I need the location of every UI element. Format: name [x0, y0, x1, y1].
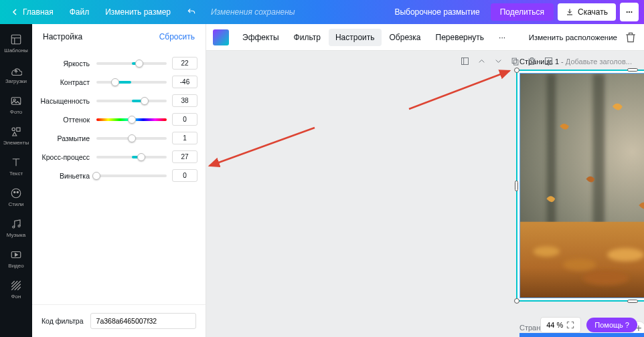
rail-styles[interactable]: Стили	[0, 182, 32, 213]
download-button[interactable]: Скачать	[558, 3, 616, 21]
annotation-arrow-1	[406, 66, 519, 112]
rail-uploads[interactable]: Загрузки	[0, 59, 32, 90]
chevron-down-icon[interactable]	[493, 56, 503, 66]
trash-icon[interactable]	[624, 31, 637, 44]
slider-Насыщенность: Насыщенность38	[40, 94, 197, 107]
reset-button[interactable]: Сбросить	[159, 32, 195, 41]
background-icon	[10, 279, 22, 292]
slider-value[interactable]: -46	[172, 76, 197, 88]
page-actions	[460, 56, 554, 66]
handle-top-left[interactable]	[514, 68, 519, 73]
resize-menu[interactable]: Изменить размер	[98, 5, 177, 19]
context-toolbar: ЭффектыФильтрНастроитьОбрезкаПеревернуть…	[206, 24, 644, 51]
handle-bottom[interactable]	[627, 300, 638, 303]
slider-value[interactable]: 1	[172, 132, 197, 144]
slider-label: Кросс-процесс	[40, 153, 96, 161]
copy-icon[interactable]	[510, 56, 520, 66]
slider-value[interactable]: 0	[172, 113, 197, 126]
tool-Настроить[interactable]: Настроить	[329, 29, 382, 46]
styles-icon	[10, 187, 22, 199]
svg-point-23	[607, 248, 644, 261]
tool-Эффекты[interactable]: Эффекты	[236, 29, 286, 46]
music-icon	[10, 218, 22, 230]
svg-point-5	[11, 189, 21, 198]
share-button[interactable]: Поделиться	[491, 3, 554, 21]
slider-knob[interactable]	[128, 116, 136, 124]
tool-Фильтр[interactable]: Фильтр	[287, 29, 327, 46]
effects-icon[interactable]	[213, 29, 229, 45]
rail-elements[interactable]: Элементы	[0, 120, 32, 151]
slider-track[interactable]	[96, 175, 167, 177]
rail-templates[interactable]: Шаблоны	[0, 28, 32, 59]
artboard[interactable]	[516, 70, 644, 302]
text-icon	[10, 156, 22, 168]
slider-value[interactable]: 0	[172, 169, 197, 182]
top-bar: Главная Файл Изменить размер Изменения с…	[0, 0, 644, 24]
file-menu[interactable]: Файл	[63, 5, 96, 19]
position-button[interactable]: Изменить расположение	[529, 33, 617, 41]
chevron-up-icon[interactable]	[477, 56, 487, 66]
slider-knob[interactable]	[128, 134, 136, 142]
slider-label: Контраст	[40, 78, 96, 86]
slider-knob[interactable]	[135, 60, 143, 68]
slider-knob[interactable]	[92, 172, 100, 180]
help-button[interactable]: Помощь ?	[586, 318, 637, 332]
filter-code-input[interactable]	[90, 313, 196, 329]
rail-text[interactable]: Текст	[0, 151, 32, 182]
svg-rect-0	[11, 35, 21, 44]
slider-knob[interactable]	[141, 97, 149, 105]
fullscreen-icon	[566, 320, 575, 330]
more-tools[interactable]: ···	[492, 29, 512, 46]
slider-label: Виньетка	[40, 172, 96, 180]
undo-button[interactable]	[180, 5, 203, 19]
svg-point-9	[18, 225, 20, 227]
rail-photos[interactable]: Фото	[0, 90, 32, 120]
filter-code-label: Код фильтра	[42, 317, 84, 325]
adjust-panel: Настройка Сбросить Яркость22Контраст-46Н…	[32, 24, 206, 337]
slider-label: Насыщенность	[40, 97, 96, 105]
slider-knob[interactable]	[137, 153, 145, 161]
handle-bottom-left[interactable]	[514, 298, 519, 304]
svg-point-6	[14, 191, 15, 193]
add-page-icon[interactable]	[544, 56, 554, 66]
svg-rect-17	[592, 74, 605, 225]
svg-rect-11	[462, 58, 469, 65]
svg-rect-4	[17, 128, 20, 131]
slider-track[interactable]	[96, 156, 167, 158]
svg-point-8	[13, 226, 15, 228]
slider-track[interactable]	[96, 100, 167, 102]
slider-value[interactable]: 27	[172, 150, 197, 163]
slider-value[interactable]: 38	[172, 94, 197, 107]
slider-Виньетка: Виньетка0	[40, 169, 197, 182]
rail-background[interactable]: Фон	[0, 274, 32, 305]
slider-label: Размытие	[40, 134, 96, 142]
rail-video[interactable]: Видео	[0, 243, 32, 274]
svg-point-26	[583, 271, 629, 286]
expand-icon[interactable]	[460, 56, 470, 66]
zoom-control[interactable]: 44 %	[540, 317, 581, 333]
panel-title: Настройка	[43, 32, 82, 41]
slider-knob[interactable]	[111, 78, 119, 86]
slider-track[interactable]	[96, 118, 167, 121]
svg-point-3	[12, 128, 15, 131]
handle-top[interactable]	[627, 68, 638, 72]
slider-track[interactable]	[96, 137, 167, 140]
handle-left[interactable]	[515, 181, 518, 191]
page-2-preview[interactable]	[519, 333, 644, 337]
slider-track[interactable]	[96, 81, 167, 84]
slider-Оттенок: Оттенок0	[40, 113, 197, 126]
delete-page-icon[interactable]	[527, 56, 537, 66]
video-icon	[10, 249, 22, 261]
slider-Контраст: Контраст-46	[40, 76, 197, 88]
tool-Обрезка[interactable]: Обрезка	[383, 29, 428, 46]
more-button[interactable]: ···	[620, 3, 639, 21]
tool-Перевернуть[interactable]: Перевернуть	[429, 29, 491, 46]
selected-photo[interactable]	[519, 73, 644, 298]
slider-value[interactable]: 22	[172, 57, 197, 70]
home-button[interactable]: Главная	[5, 5, 60, 19]
rail-music[interactable]: Музыка	[0, 213, 32, 243]
slider-track[interactable]	[96, 62, 167, 65]
undo-icon	[187, 7, 196, 17]
canvas[interactable]: Страница 1 - Добавьте заголов...	[206, 51, 644, 337]
selective-blur-label[interactable]: Выборочное размытие	[388, 5, 486, 19]
